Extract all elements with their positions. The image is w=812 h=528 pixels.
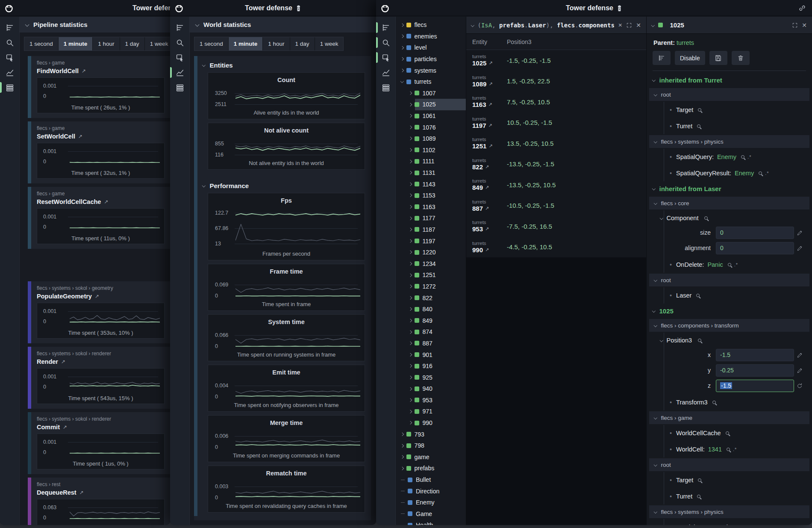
field-input[interactable]: 0 [716,227,794,239]
expand-arrow-icon[interactable] [409,160,412,163]
tree-item[interactable]: Game [396,508,466,520]
expand-arrow-icon[interactable] [409,421,412,425]
expand-arrow-icon[interactable] [409,307,412,311]
tree-item[interactable]: 901 [396,349,466,360]
tree-item[interactable]: Health [396,519,466,525]
tree-item[interactable]: 874 [396,326,466,338]
sidebar-icon-selector[interactable] [170,50,189,65]
tree-item[interactable]: 1089 [396,133,466,145]
time-range-button[interactable]: 1 week [315,37,344,50]
field-input[interactable]: -0.25 [716,364,794,377]
table-row[interactable]: turrets 887 -10.5, -0.25, -1.5 [466,195,646,216]
search-icon[interactable] [698,339,701,342]
tree-item[interactable]: 1102 [396,145,466,156]
inheritance-group-header[interactable]: inherited from Turret [653,73,806,87]
search-icon[interactable] [759,171,762,175]
expand-arrow-icon[interactable] [401,513,405,514]
inheritance-group-header[interactable]: 1025 [653,304,806,318]
tree-item[interactable]: 1025 [396,99,466,110]
table-row[interactable]: turrets 1089 1.5, -0.25, 22.5 [466,71,646,92]
sidebar-icon-tree[interactable] [0,20,19,35]
component-item[interactable]: SpatialQuery: Enemy .* [653,149,806,165]
edit-icon[interactable] [797,230,803,236]
expand-arrow-icon[interactable] [400,433,404,436]
tree-item[interactable]: 822 [396,292,466,304]
expand-arrow-icon[interactable] [401,480,405,480]
expand-arrow-icon[interactable] [409,217,412,220]
expand-arrow-icon[interactable] [409,364,412,368]
time-range-button[interactable]: 1 week [145,37,170,50]
module-section-header[interactable]: flecs › game [649,411,809,424]
tree-view-button[interactable] [653,51,671,65]
expand-arrow-icon[interactable] [400,80,404,83]
external-link-icon[interactable] [488,60,492,66]
component-item[interactable]: OnDelete: Panic .* [653,257,806,273]
chevron-down-icon[interactable] [651,24,655,27]
tree-item[interactable]: 953 [396,395,466,406]
expand-arrow-icon[interactable] [409,205,412,209]
external-link-icon[interactable] [488,102,492,107]
component-item[interactable]: WorldCellCache [653,425,806,441]
component-item[interactable]: Target [653,472,806,488]
component-item[interactable]: Laser [653,287,806,304]
tree-item[interactable]: 793 [396,428,466,440]
tree-item[interactable]: particles [396,53,466,65]
component-header[interactable]: Position3 [653,333,806,347]
tree-item[interactable]: level [396,42,466,53]
sidebar-icon-chart[interactable] [376,65,395,80]
field-input[interactable]: -1.5 [716,380,794,392]
disable-button[interactable]: Disable [675,51,705,65]
time-range-button[interactable]: 1 minute [229,37,263,50]
expand-arrow-icon[interactable] [409,330,412,333]
module-section-header[interactable]: root [649,88,809,101]
expand-arrow-icon[interactable] [409,114,412,118]
search-icon[interactable] [704,216,708,220]
module-section-header[interactable]: flecs › core [649,197,809,209]
query-input[interactable]: (IsA, prefabs.Laser), flecs.components [478,22,615,29]
external-link-icon[interactable] [78,133,82,139]
time-range-button[interactable]: 1 minute [59,37,93,50]
expand-arrow-icon[interactable] [400,35,404,38]
tree-item[interactable]: 1111 [396,156,466,167]
tree-item[interactable]: 1153 [396,190,466,201]
expand-arrow-icon[interactable] [409,353,412,357]
search-icon[interactable] [698,478,701,482]
tree-item[interactable]: 1061 [396,110,466,122]
edit-icon[interactable] [797,245,803,251]
tree-item[interactable]: 940 [396,383,466,395]
component-value[interactable]: Panic [707,261,723,268]
time-range-button[interactable]: 1 second [24,37,59,50]
search-icon[interactable] [697,124,700,128]
tree-item[interactable]: 1220 [396,247,466,258]
tree-item[interactable]: 887 [396,338,466,349]
expand-arrow-icon[interactable] [409,273,412,277]
external-link-icon[interactable] [485,164,489,170]
tree-item[interactable]: 916 [396,360,466,372]
tree-item[interactable]: 1197 [396,235,466,247]
component-item[interactable]: SpatialQueryResult: Enemy .* [653,519,806,525]
tree-item[interactable]: 990 [396,417,466,429]
expand-arrow-icon[interactable] [400,23,404,27]
undo-icon[interactable] [796,382,803,389]
column-header-entity[interactable]: Entity [466,38,507,45]
expand-arrow-icon[interactable] [409,296,412,300]
tree-item[interactable]: Direction [396,485,466,497]
module-section-header[interactable]: flecs › components › transform [649,319,809,332]
sidebar-icon-search[interactable] [170,35,189,50]
time-range-button[interactable]: 1 hour [263,37,290,50]
component-item[interactable]: WorldCell: 1341 .* [653,441,806,457]
chevron-down-icon[interactable] [471,24,474,27]
performance-section-header[interactable]: Performance [203,178,365,193]
tree-item[interactable]: 1131 [396,167,466,179]
tree-item[interactable]: 1143 [396,178,466,190]
expand-arrow-icon[interactable] [409,319,412,322]
sidebar-icon-stats[interactable] [0,80,19,95]
tree-item[interactable]: 925 [396,372,466,383]
table-row[interactable]: turrets 990 -4.5, -0.25, 10.5 [466,237,646,258]
tree-item[interactable]: 1187 [396,224,466,236]
expand-arrow-icon[interactable] [401,502,405,503]
tree-item[interactable]: Enemy [396,497,466,508]
search-icon[interactable] [696,294,700,297]
external-link-icon[interactable] [485,206,489,211]
search-icon[interactable] [728,263,731,266]
